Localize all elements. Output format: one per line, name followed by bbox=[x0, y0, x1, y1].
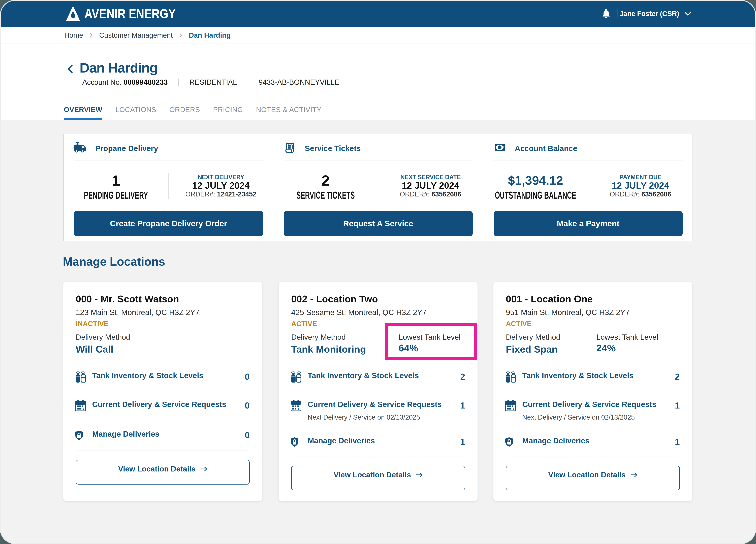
svg-text:AVENIR ENERGY: AVENIR ENERGY bbox=[84, 7, 176, 21]
